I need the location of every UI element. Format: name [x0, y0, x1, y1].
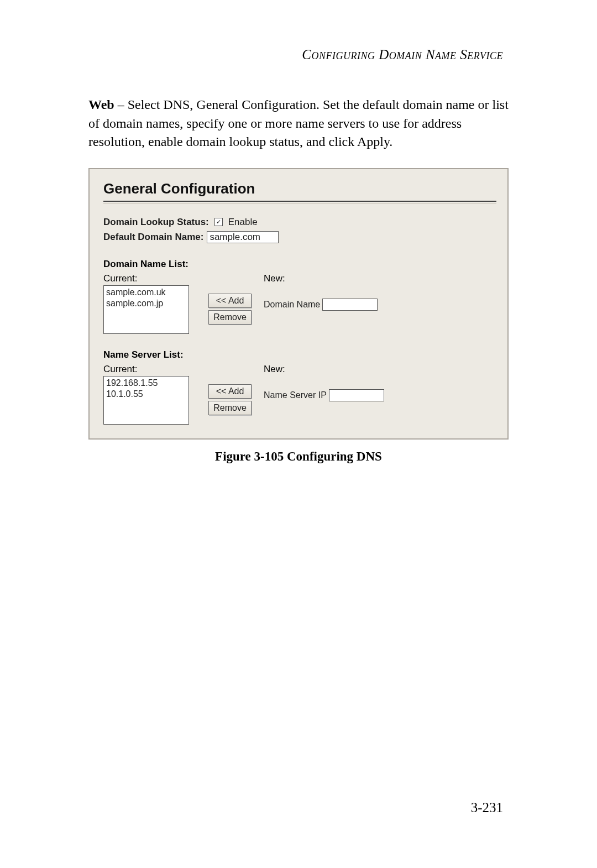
- ns-list-section: Name Server List: Current: 192.168.1.55 …: [103, 349, 496, 425]
- list-item[interactable]: 10.1.0.55: [106, 389, 186, 400]
- page: Configuring Domain Name Service Web – Se…: [0, 0, 597, 868]
- domain-name-input[interactable]: [322, 299, 378, 311]
- lookup-status-label: Domain Lookup Status:: [103, 217, 209, 228]
- ns-input-label: Name Server IP: [264, 390, 327, 400]
- ns-list-title: Name Server List:: [103, 349, 496, 360]
- default-domain-input[interactable]: [207, 231, 279, 243]
- lookup-status-row: Domain Lookup Status: ✓ Enable: [103, 217, 496, 228]
- panel-title: General Configuration: [103, 180, 496, 197]
- domain-list-section: Domain Name List: Current: sample.com.uk…: [103, 259, 496, 334]
- ns-remove-button[interactable]: Remove: [208, 401, 252, 415]
- body-paragraph: Web – Select DNS, General Configuration.…: [88, 96, 509, 151]
- domain-list-title: Domain Name List:: [103, 259, 496, 270]
- ns-ip-input[interactable]: [329, 389, 384, 401]
- new-label: New:: [264, 364, 496, 375]
- ns-add-button[interactable]: << Add: [208, 384, 252, 399]
- lead-word: Web: [88, 97, 114, 112]
- domain-current-listbox[interactable]: sample.com.uk sample.com.jp: [103, 285, 189, 334]
- enable-label: Enable: [228, 217, 258, 228]
- enable-checkbox[interactable]: ✓: [214, 218, 223, 226]
- ns-new-col: New: Name Server IP: [264, 364, 496, 425]
- default-domain-row: Default Domain Name:: [103, 231, 496, 243]
- page-number: 3-231: [471, 800, 503, 815]
- ns-buttons-col: << Add Remove: [208, 364, 258, 425]
- list-item[interactable]: sample.com.jp: [106, 298, 186, 309]
- list-item[interactable]: sample.com.uk: [106, 287, 186, 298]
- ns-current-listbox[interactable]: 192.168.1.55 10.1.0.55: [103, 376, 189, 425]
- domain-add-button[interactable]: << Add: [208, 294, 252, 308]
- divider-dark: [103, 201, 496, 202]
- divider-light: [103, 203, 496, 203]
- domain-current-col: Current: sample.com.uk sample.com.jp: [103, 273, 203, 334]
- domain-new-col: New: Domain Name: [264, 273, 496, 334]
- list-item[interactable]: 192.168.1.55: [106, 378, 186, 389]
- domain-new-inner: Domain Name: [264, 299, 496, 311]
- default-domain-label: Default Domain Name:: [103, 232, 203, 243]
- current-label: Current:: [103, 364, 203, 375]
- domain-remove-button[interactable]: Remove: [208, 310, 252, 325]
- running-head: Configuring Domain Name Service: [88, 47, 509, 62]
- domain-buttons-col: << Add Remove: [208, 273, 258, 334]
- body-rest: – Select DNS, General Configuration. Set…: [88, 97, 509, 149]
- current-label: Current:: [103, 273, 203, 284]
- domain-list-columns: Current: sample.com.uk sample.com.jp << …: [103, 273, 496, 334]
- ns-current-col: Current: 192.168.1.55 10.1.0.55: [103, 364, 203, 425]
- config-panel: General Configuration Domain Lookup Stat…: [88, 168, 509, 440]
- new-label: New:: [264, 273, 496, 284]
- ns-new-inner: Name Server IP: [264, 389, 496, 401]
- ns-list-columns: Current: 192.168.1.55 10.1.0.55 << Add R…: [103, 364, 496, 425]
- domain-name-input-label: Domain Name: [264, 300, 320, 310]
- figure-caption: Figure 3-105 Configuring DNS: [88, 449, 509, 464]
